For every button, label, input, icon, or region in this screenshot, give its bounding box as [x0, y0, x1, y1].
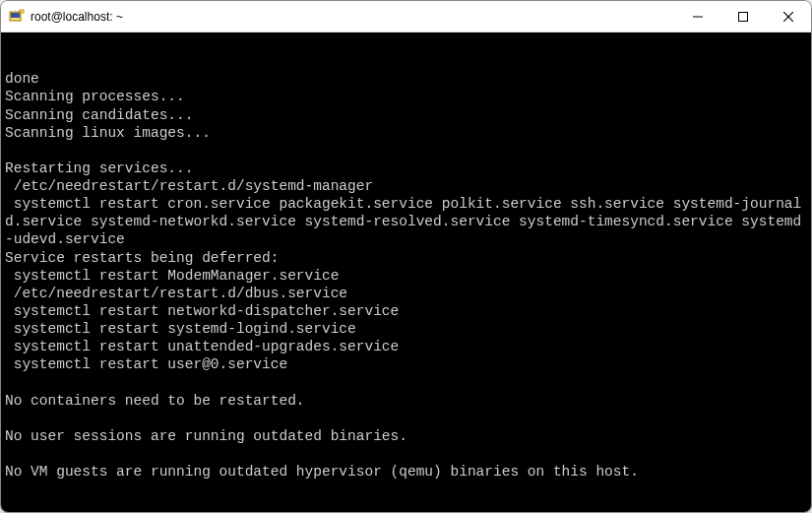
terminal-line	[5, 142, 807, 160]
terminal-line: systemctl restart user@0.service	[5, 355, 807, 373]
terminal-line: No containers need to be restarted.	[5, 392, 807, 410]
titlebar[interactable]: root@localhost: ~	[1, 1, 811, 32]
terminal-line: Restarting services...	[5, 160, 807, 177]
svg-rect-5	[739, 12, 748, 21]
window-controls	[675, 1, 811, 32]
terminal-line: No user sessions are running outdated bi…	[5, 427, 807, 445]
minimize-button[interactable]	[675, 1, 720, 32]
terminal-line: /etc/needrestart/restart.d/systemd-manag…	[5, 177, 807, 195]
terminal-line: Scanning linux images...	[5, 124, 807, 142]
svg-rect-2	[20, 10, 24, 13]
terminal-line: systemctl restart networkd-dispatcher.se…	[5, 302, 807, 320]
terminal-viewport[interactable]: doneScanning processes...Scanning candid…	[1, 32, 811, 512]
terminal-line: systemctl restart unattended-upgrades.se…	[5, 338, 807, 355]
terminal-output: doneScanning processes...Scanning candid…	[5, 70, 807, 481]
close-button[interactable]	[766, 1, 811, 32]
terminal-line: systemctl restart systemd-logind.service	[5, 320, 807, 338]
terminal-window: root@localhost: ~ doneScanning processes…	[0, 0, 812, 513]
terminal-line: Service restarts being deferred:	[5, 249, 807, 267]
terminal-line: No VM guests are running outdated hyperv…	[5, 463, 807, 481]
putty-icon	[9, 9, 25, 25]
terminal-line: systemctl restart ModemManager.service	[5, 267, 807, 285]
terminal-line: systemctl restart cron.service packageki…	[5, 195, 807, 248]
terminal-line	[5, 445, 807, 463]
maximize-button[interactable]	[720, 1, 766, 32]
terminal-line: Scanning processes...	[5, 88, 807, 105]
window-title: root@localhost: ~	[31, 10, 675, 24]
terminal-line: /etc/needrestart/restart.d/dbus.service	[5, 285, 807, 302]
terminal-line: done	[5, 70, 807, 88]
terminal-line	[5, 373, 807, 391]
terminal-line: Scanning candidates...	[5, 106, 807, 124]
terminal-line	[5, 410, 807, 427]
